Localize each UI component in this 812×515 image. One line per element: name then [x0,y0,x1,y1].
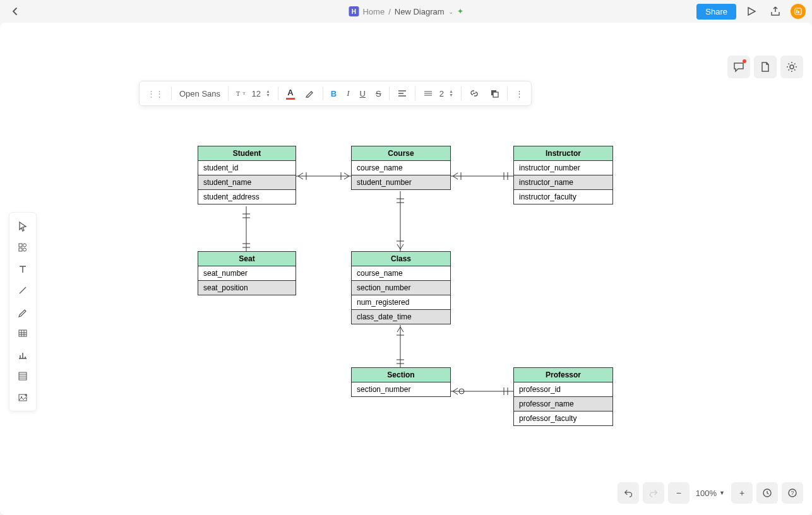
entity-seat[interactable]: Seat seat_number seat_position [198,251,296,295]
entity-field[interactable]: professor_faculty [514,411,612,425]
breadcrumb-doc-title[interactable]: New Diagram [395,7,445,16]
entity-field[interactable]: seat_position [198,281,296,295]
entity-header: Instructor [514,146,612,161]
entity-field[interactable]: professor_name [514,397,612,411]
app-logo-icon: H [349,6,359,16]
entity-student[interactable]: Student student_id student_name student_… [198,146,296,204]
entity-professor[interactable]: Professor professor_id professor_name pr… [513,367,613,426]
svg-rect-1 [796,9,797,13]
entity-field[interactable]: student_number [352,175,450,189]
entity-field[interactable]: seat_number [198,266,296,281]
breadcrumb: H Home / New Diagram ⌄ ✦ [349,6,463,16]
entity-field[interactable]: section_number [352,382,450,396]
svg-point-38 [459,389,464,394]
user-avatar[interactable] [791,4,806,19]
entity-header: Seat [198,252,296,266]
diagram-canvas[interactable]: Student student_id student_name student_… [0,23,812,515]
entity-field[interactable]: student_id [198,161,296,175]
entity-field[interactable]: student_address [198,190,296,204]
entity-field[interactable]: course_name [352,266,450,281]
canvas-area[interactable]: ⋮⋮ Open Sans TT 12 ▲▼ A B I U S 2 ▲▼ [0,23,812,515]
entity-field[interactable]: num_registered [352,295,450,310]
entity-field[interactable]: section_number [352,281,450,295]
entity-header: Section [352,368,450,382]
entity-field[interactable]: instructor_number [514,161,612,175]
present-button[interactable] [743,3,760,20]
entity-field[interactable]: course_name [352,161,450,175]
svg-rect-2 [798,11,799,13]
entity-field[interactable]: professor_id [514,382,612,397]
back-button[interactable] [6,3,24,20]
entity-field[interactable]: instructor_faculty [514,190,612,204]
entity-header: Course [352,146,450,161]
saved-indicator-icon: ✦ [457,7,463,16]
app-header: H Home / New Diagram ⌄ ✦ Share [0,0,812,23]
header-actions: Share [696,3,806,20]
entity-class[interactable]: Class course_name section_number num_reg… [351,251,451,324]
export-button[interactable] [767,3,784,20]
entity-field[interactable]: class_date_time [352,310,450,324]
entity-header: Professor [514,368,612,382]
entity-field[interactable]: instructor_name [514,175,612,190]
breadcrumb-home[interactable]: Home [362,7,385,16]
entity-header: Student [198,146,296,161]
share-button[interactable]: Share [696,4,736,20]
entity-field[interactable]: student_name [198,175,296,190]
entity-header: Class [352,252,450,266]
entity-section[interactable]: Section section_number [351,367,451,397]
entity-course[interactable]: Course course_name student_number [351,146,451,190]
breadcrumb-sep: / [388,7,391,16]
chevron-down-icon[interactable]: ⌄ [448,8,453,15]
entity-instructor[interactable]: Instructor instructor_number instructor_… [513,146,613,204]
